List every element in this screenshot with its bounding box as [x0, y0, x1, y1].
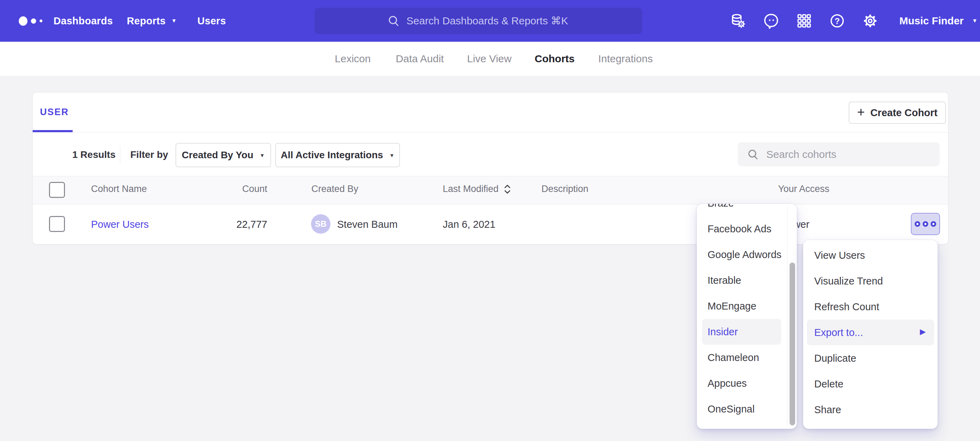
- data-settings-icon[interactable]: [730, 13, 746, 29]
- project-switcher[interactable]: Music Finder ▼: [899, 0, 978, 42]
- column-your-access: Your Access: [778, 184, 829, 195]
- cohorts-panel: USER + Create Cohort 1 Results Filter by…: [32, 92, 948, 244]
- logo-dot-icon: [40, 19, 42, 22]
- menu-item-export-to-label: Export to...: [814, 327, 863, 339]
- created-by-filter[interactable]: Created By You ▼: [175, 143, 271, 167]
- menu-item-braze[interactable]: Braze: [702, 204, 781, 216]
- row-checkbox[interactable]: [49, 216, 65, 232]
- menu-item-insider[interactable]: Insider: [702, 319, 781, 345]
- cohort-context-menu: View Users Visualize Trend Refresh Count…: [803, 240, 938, 429]
- global-search[interactable]: [315, 8, 642, 34]
- question-mark-glyph: ?: [835, 16, 840, 26]
- avatar: SB: [311, 214, 331, 234]
- plus-icon: +: [857, 105, 865, 120]
- settings-gear-icon[interactable]: [862, 13, 878, 29]
- tab-data-audit[interactable]: Data Audit: [396, 42, 444, 76]
- tab-live-view[interactable]: Live View: [467, 42, 512, 76]
- chevron-down-icon: ▼: [259, 153, 265, 158]
- tab-user-cohorts[interactable]: USER: [40, 107, 69, 118]
- chevron-down-icon: ▼: [389, 153, 395, 158]
- column-count: Count: [198, 184, 267, 195]
- ellipsis-dot-icon: [923, 221, 928, 227]
- nav-users[interactable]: Users: [197, 0, 226, 42]
- project-name: Music Finder: [899, 15, 964, 27]
- logo-dot-icon: [31, 18, 36, 24]
- menu-item-view-users[interactable]: View Users: [807, 243, 934, 268]
- tab-integrations[interactable]: Integrations: [598, 42, 653, 76]
- divider: [120, 146, 120, 163]
- menu-item-facebook-ads[interactable]: Facebook Ads: [702, 216, 781, 242]
- nav-reports-label: Reports: [127, 15, 166, 27]
- divider: [787, 206, 788, 427]
- scrollbar[interactable]: [789, 263, 795, 425]
- submenu-arrow-icon: ▶: [920, 328, 926, 336]
- nav-reports[interactable]: Reports ▼: [127, 0, 177, 42]
- last-modified-date: Jan 6, 2021: [443, 219, 496, 230]
- chevron-down-icon: ▼: [972, 18, 978, 24]
- column-cohort-name: Cohort Name: [91, 184, 147, 195]
- created-by-name: Steven Baum: [337, 219, 398, 230]
- integrations-filter-label: All Active Integrations: [281, 150, 383, 161]
- menu-item-chameleon[interactable]: Chameleon: [702, 345, 781, 371]
- chevron-down-icon: ▼: [171, 18, 177, 24]
- cohort-search-input[interactable]: [766, 149, 919, 160]
- menu-item-refresh-count[interactable]: Refresh Count: [807, 294, 934, 320]
- cohort-name-link[interactable]: Power Users: [91, 219, 149, 230]
- menu-item-export-to[interactable]: Export to... ▶: [807, 320, 934, 345]
- filter-by-label: Filter by: [130, 149, 168, 160]
- ellipsis-dot-icon: [915, 221, 920, 227]
- menu-item-delete[interactable]: Delete: [807, 371, 934, 397]
- integrations-filter[interactable]: All Active Integrations ▼: [275, 143, 400, 167]
- top-navigation-bar: Dashboards Reports ▼ Users: [0, 0, 980, 42]
- help-icon[interactable]: ?: [829, 13, 845, 29]
- sort-icon: [504, 184, 511, 195]
- search-icon: [387, 14, 400, 27]
- column-created-by: Created By: [311, 184, 358, 195]
- export-destinations-list: Braze Facebook Ads Google Adwords Iterab…: [697, 204, 797, 422]
- menu-item-visualize-trend[interactable]: Visualize Trend: [807, 268, 934, 294]
- menu-item-google-adwords[interactable]: Google Adwords: [702, 242, 781, 267]
- global-search-input[interactable]: [407, 15, 570, 27]
- search-icon: [747, 148, 759, 161]
- ellipsis-dot-icon: [931, 221, 936, 227]
- divider: [33, 132, 948, 133]
- mixpanel-logo[interactable]: [19, 0, 42, 42]
- menu-item-duplicate[interactable]: Duplicate: [807, 345, 934, 371]
- cohort-count: 22,777: [198, 219, 267, 230]
- menu-item-share[interactable]: Share: [807, 397, 934, 423]
- cohort-search[interactable]: [738, 142, 940, 166]
- results-count: 1 Results: [72, 149, 116, 160]
- menu-item-appcues[interactable]: Appcues: [702, 371, 781, 396]
- apps-grid-icon[interactable]: [796, 13, 813, 29]
- column-last-modified[interactable]: Last Modified: [443, 184, 511, 195]
- feedback-icon[interactable]: [763, 13, 780, 29]
- menu-item-moengage[interactable]: MoEngage: [702, 293, 781, 319]
- select-all-checkbox[interactable]: [49, 182, 65, 198]
- menu-item-iterable[interactable]: Iterable: [702, 267, 781, 293]
- tab-lexicon[interactable]: Lexicon: [335, 42, 371, 76]
- secondary-tab-bar: Lexicon Data Audit Live View Cohorts Int…: [0, 42, 980, 76]
- menu-item-onesignal[interactable]: OneSignal: [702, 396, 781, 422]
- nav-dashboards[interactable]: Dashboards: [54, 0, 113, 42]
- logo-dot-icon: [19, 16, 27, 26]
- export-destinations-menu: Braze Facebook Ads Google Adwords Iterab…: [697, 204, 797, 429]
- row-actions-button[interactable]: [911, 213, 940, 235]
- create-cohort-button[interactable]: + Create Cohort: [849, 102, 946, 124]
- column-last-modified-label: Last Modified: [443, 184, 499, 195]
- create-cohort-label: Create Cohort: [870, 107, 937, 118]
- created-by-filter-label: Created By You: [182, 150, 253, 161]
- tab-cohorts[interactable]: Cohorts: [535, 42, 575, 76]
- column-description: Description: [541, 184, 589, 195]
